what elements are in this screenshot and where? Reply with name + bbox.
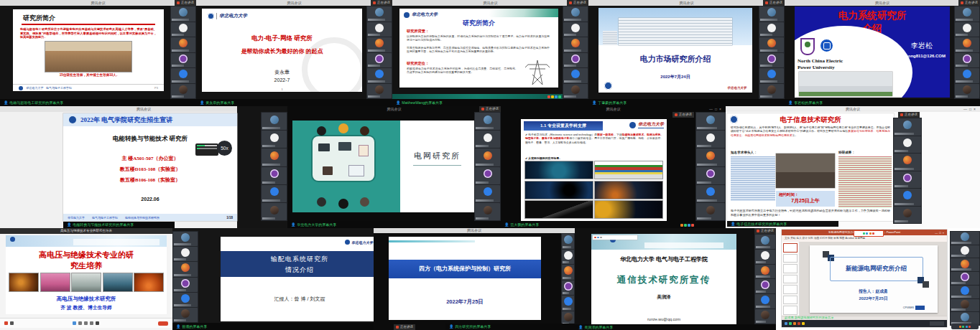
participant-thumbnail[interactable]	[955, 22, 979, 37]
participant-thumbnail[interactable]	[759, 6, 784, 22]
record-icon[interactable]	[594, 237, 596, 239]
participant-thumbnail[interactable]	[367, 37, 392, 52]
settings-gear-icon[interactable]	[96, 321, 99, 325]
participant-strip[interactable]	[695, 112, 726, 221]
participant-thumbnail[interactable]	[563, 84, 588, 99]
participant-thumbnail[interactable]	[475, 185, 500, 202]
toolbar-icon[interactable]	[597, 237, 599, 239]
meeting-float-bar[interactable]	[854, 230, 884, 237]
end-share-icon[interactable]	[872, 232, 874, 235]
camera-icon[interactable]	[866, 232, 868, 235]
participant-thumbnail[interactable]	[367, 84, 392, 99]
taskbar-app-icon[interactable]	[802, 322, 805, 325]
participant-thumbnail[interactable]	[696, 148, 725, 166]
participant-strip[interactable]	[754, 234, 776, 324]
participant-thumbnail[interactable]	[563, 6, 588, 22]
toolbar-icon[interactable]	[966, 326, 968, 328]
participant-thumbnail[interactable]	[171, 53, 195, 68]
participant-thumbnail[interactable]	[262, 185, 287, 202]
participant-thumbnail[interactable]	[475, 113, 500, 130]
ppt-slide-thumb[interactable]	[783, 306, 798, 315]
participant-strip[interactable]	[172, 231, 198, 323]
toolbar-icon[interactable]	[688, 224, 690, 227]
participant-thumbnail[interactable]	[894, 136, 921, 154]
participant-thumbnail[interactable]	[262, 203, 287, 220]
close-button[interactable]: ×	[974, 107, 978, 111]
participant-thumbnail[interactable]	[262, 113, 287, 130]
toolbar-icon[interactable]	[962, 326, 964, 328]
participant-thumbnail[interactable]	[171, 84, 195, 99]
participant-thumbnail[interactable]	[755, 294, 775, 308]
participant-thumbnail[interactable]	[755, 265, 775, 279]
participant-thumbnail[interactable]	[262, 167, 287, 184]
ppt-slide-thumb[interactable]	[783, 275, 798, 284]
speed-badge[interactable]: 50x	[217, 141, 232, 156]
participant-strip[interactable]	[366, 6, 392, 99]
participant-thumbnail[interactable]	[759, 53, 784, 68]
leave-meeting-button[interactable]	[158, 321, 168, 326]
participant-thumbnail[interactable]	[755, 250, 775, 264]
participant-thumbnail[interactable]	[173, 278, 198, 292]
floating-share-toolbar[interactable]	[951, 324, 979, 329]
participant-thumbnail[interactable]	[173, 232, 198, 246]
minimize-button[interactable]: —	[709, 107, 715, 111]
participant-thumbnail[interactable]	[955, 53, 979, 68]
participant-thumbnail[interactable]	[562, 265, 574, 280]
participant-thumbnail[interactable]	[262, 148, 287, 166]
close-button[interactable]: ×	[719, 107, 724, 111]
participant-thumbnail[interactable]	[475, 167, 500, 184]
windows-taskbar[interactable]	[782, 320, 947, 327]
participant-thumbnail[interactable]	[951, 258, 979, 271]
participant-thumbnail[interactable]	[894, 154, 921, 171]
toolbar-icon[interactable]	[555, 95, 558, 98]
ppt-slide-thumb[interactable]	[783, 264, 798, 273]
taskbar-tray-clock[interactable]	[930, 321, 944, 326]
participant-thumbnail[interactable]	[696, 203, 725, 220]
participant-thumbnail[interactable]	[894, 171, 921, 189]
participant-strip[interactable]	[759, 6, 785, 99]
toolbar-icon[interactable]	[691, 224, 694, 227]
taskbar-app-icon[interactable]	[798, 322, 800, 325]
toolbar-icon[interactable]	[684, 224, 687, 227]
close-button[interactable]: ×	[943, 231, 946, 235]
participant-thumbnail[interactable]	[955, 37, 979, 52]
participant-thumbnail[interactable]	[367, 6, 392, 22]
participant-thumbnail[interactable]	[475, 148, 500, 166]
participant-thumbnail[interactable]	[562, 250, 574, 265]
participant-strip[interactable]	[563, 6, 588, 99]
participant-thumbnail[interactable]	[955, 6, 979, 22]
participant-thumbnail[interactable]	[759, 37, 784, 52]
window-controls[interactable]: —□×	[709, 107, 724, 111]
participant-thumbnail[interactable]	[173, 293, 198, 307]
participant-thumbnail[interactable]	[894, 118, 921, 136]
participant-thumbnail[interactable]	[955, 84, 979, 99]
participant-thumbnail[interactable]	[173, 308, 198, 322]
ppt-slide-thumb-selected[interactable]	[783, 243, 798, 253]
participant-thumbnail[interactable]	[894, 207, 921, 224]
toolbar-icon[interactable]	[551, 95, 554, 98]
mic-muted-icon[interactable]	[4, 321, 8, 325]
participant-thumbnail[interactable]	[696, 185, 725, 202]
participant-thumbnail[interactable]	[759, 68, 784, 83]
participant-strip[interactable]	[893, 118, 922, 224]
mic-icon[interactable]	[863, 232, 865, 235]
participant-thumbnail[interactable]	[755, 309, 775, 324]
participant-thumbnail[interactable]	[955, 68, 979, 83]
participant-strip[interactable]	[261, 112, 287, 221]
chat-icon[interactable]	[90, 321, 93, 325]
participant-thumbnail[interactable]	[262, 131, 287, 148]
share-screen-icon[interactable]	[73, 321, 76, 325]
participant-thumbnail[interactable]	[563, 37, 588, 52]
participant-strip[interactable]	[170, 6, 196, 99]
participant-thumbnail[interactable]	[951, 299, 979, 312]
participant-thumbnail[interactable]	[951, 232, 979, 245]
toolbar-icon[interactable]	[558, 95, 561, 98]
ppt-slide-thumb[interactable]	[783, 285, 798, 294]
participant-thumbnail[interactable]	[696, 167, 725, 184]
ppt-thumbnail-panel[interactable]	[782, 242, 800, 316]
participant-thumbnail[interactable]	[475, 131, 500, 148]
participant-thumbnail[interactable]	[173, 262, 198, 276]
participant-thumbnail[interactable]	[171, 37, 195, 52]
participant-thumbnail[interactable]	[696, 131, 725, 148]
participant-strip[interactable]	[561, 233, 575, 326]
